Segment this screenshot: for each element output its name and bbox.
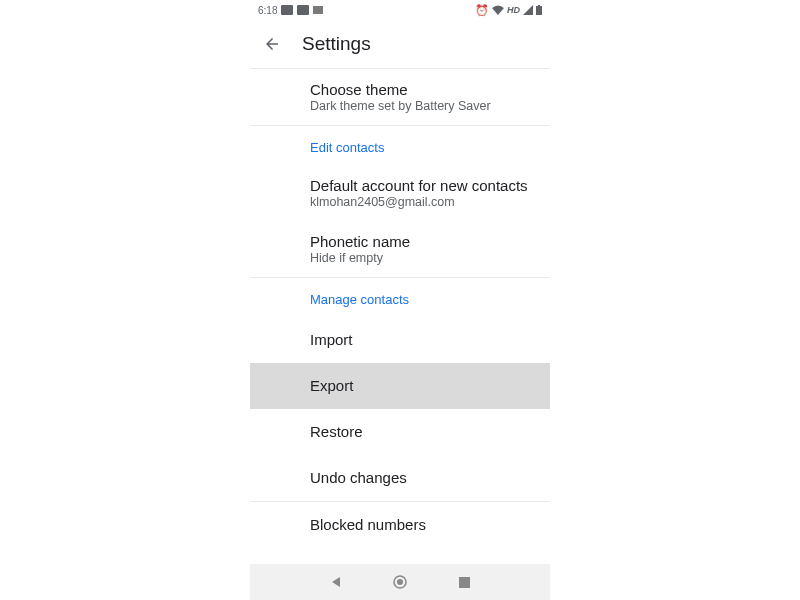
export-item[interactable]: Export: [250, 363, 550, 409]
battery-icon: [536, 5, 542, 15]
status-time: 6:18: [258, 5, 277, 16]
item-title: Restore: [310, 423, 550, 440]
navigation-bar: [250, 564, 550, 600]
item-title: Export: [310, 377, 550, 394]
item-title: Import: [310, 331, 550, 348]
nav-home-button[interactable]: [393, 575, 407, 589]
nav-back-button[interactable]: [329, 575, 343, 589]
status-left: 6:18: [258, 5, 323, 16]
screenshot-icon: [297, 5, 309, 15]
back-button[interactable]: [262, 34, 282, 54]
svg-point-3: [397, 579, 403, 585]
blocked-numbers-item[interactable]: Blocked numbers: [250, 502, 550, 548]
item-title: Default account for new contacts: [310, 177, 550, 194]
nav-recent-button[interactable]: [457, 575, 471, 589]
restore-item[interactable]: Restore: [250, 409, 550, 455]
svg-rect-0: [536, 6, 542, 15]
settings-content: Choose theme Dark theme set by Battery S…: [250, 69, 550, 564]
default-account-item[interactable]: Default account for new contacts klmohan…: [250, 165, 550, 221]
notification-icon-2: [313, 6, 323, 14]
notification-icon: [281, 5, 293, 15]
svg-rect-1: [538, 5, 540, 6]
item-title: Blocked numbers: [310, 516, 550, 533]
item-title: Undo changes: [310, 469, 550, 486]
item-subtitle: Hide if empty: [310, 251, 550, 265]
import-item[interactable]: Import: [250, 317, 550, 363]
page-title: Settings: [302, 33, 371, 55]
phonetic-name-item[interactable]: Phonetic name Hide if empty: [250, 221, 550, 277]
signal-icon: [523, 5, 533, 15]
item-subtitle: Dark theme set by Battery Saver: [310, 99, 550, 113]
hd-icon: HD: [507, 5, 520, 15]
alarm-icon: ⏰: [475, 4, 489, 17]
undo-changes-item[interactable]: Undo changes: [250, 455, 550, 501]
choose-theme-item[interactable]: Choose theme Dark theme set by Battery S…: [250, 69, 550, 125]
item-title: Choose theme: [310, 81, 550, 98]
item-title: Phonetic name: [310, 233, 550, 250]
status-right: ⏰ HD: [475, 4, 542, 17]
nav-home-icon: [393, 575, 407, 589]
status-bar: 6:18 ⏰ HD: [250, 0, 550, 20]
item-subtitle: klmohan2405@gmail.com: [310, 195, 550, 209]
wifi-icon: [492, 5, 504, 15]
app-bar: Settings: [250, 20, 550, 68]
phone-frame: 6:18 ⏰ HD Settings Choose theme Dark the…: [250, 0, 550, 600]
svg-rect-4: [459, 577, 470, 588]
nav-back-icon: [330, 576, 342, 588]
arrow-back-icon: [263, 35, 281, 53]
nav-recent-icon: [459, 577, 470, 588]
section-edit-contacts: Edit contacts: [250, 126, 550, 165]
section-manage-contacts: Manage contacts: [250, 278, 550, 317]
